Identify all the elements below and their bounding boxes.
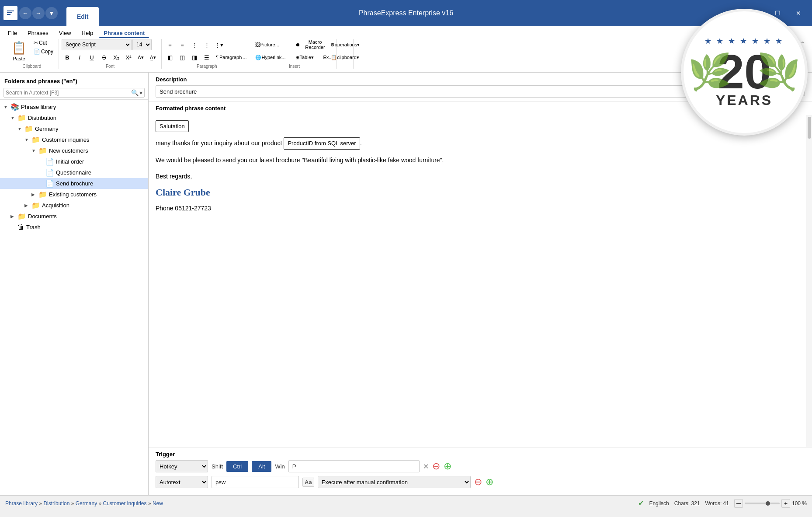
- tree-item-new-customers[interactable]: ▼ 📁 New customers: [0, 145, 148, 156]
- font-color-button[interactable]: A̲▾: [147, 52, 159, 63]
- hotkey-add-button[interactable]: ⊕: [444, 461, 451, 472]
- tree-item-questionnaire[interactable]: 📄 Questionnaire: [0, 167, 148, 178]
- tree-item-trash[interactable]: 🗑 Trash: [0, 222, 148, 232]
- menu-file[interactable]: File: [3, 28, 21, 38]
- tree-icon: 📁: [17, 114, 26, 122]
- shift-label: Shift: [212, 463, 223, 470]
- tree-item-send-brochure[interactable]: 📄 Send brochure: [0, 178, 148, 189]
- breadcrumb-new[interactable]: New: [153, 500, 163, 507]
- zoom-out-button[interactable]: ─: [734, 499, 743, 508]
- hotkey-remove-button[interactable]: ⊖: [432, 461, 440, 472]
- tree-item-germany[interactable]: ▼ 📁 Germany: [0, 123, 148, 134]
- window-controls: — ☐ ✕: [746, 6, 809, 20]
- hotkey-input[interactable]: [288, 460, 420, 472]
- breadcrumb-distribution[interactable]: Distribution: [43, 500, 69, 507]
- forward-button[interactable]: →: [32, 7, 45, 19]
- sales-tag-close[interactable]: ✕: [768, 88, 773, 94]
- zoom-in-button[interactable]: +: [781, 499, 790, 508]
- breadcrumb-phrase-library[interactable]: Phrase library: [5, 500, 38, 507]
- tree-label: Trash: [26, 224, 41, 231]
- cut-icon: ✂: [34, 40, 38, 46]
- autotext-remove-button[interactable]: ⊖: [474, 476, 482, 488]
- font-size-select[interactable]: 14: [132, 39, 152, 50]
- description-input[interactable]: [156, 85, 730, 98]
- picture-button[interactable]: 🖼 Picture...: [255, 39, 294, 50]
- app-title: PhraseExpress Enterprise v16: [359, 9, 453, 17]
- superscript-button[interactable]: X²: [123, 52, 134, 63]
- status-chars: Chars: 321: [674, 500, 700, 507]
- strikethrough-button[interactable]: S: [98, 52, 110, 63]
- bold-button[interactable]: B: [62, 52, 73, 63]
- menu-help[interactable]: Help: [77, 28, 98, 38]
- copy-button[interactable]: 📄 Copy: [31, 48, 56, 56]
- align-left-button[interactable]: ◧: [164, 52, 176, 63]
- hotkey-clear-button[interactable]: ✕: [423, 462, 429, 471]
- cut-button[interactable]: ✂ Cut: [31, 39, 56, 47]
- italic-button[interactable]: I: [74, 52, 85, 63]
- align-list1-button[interactable]: ≡: [164, 39, 176, 50]
- menu-phrase-content[interactable]: Phrase content: [99, 28, 149, 38]
- align-center-button[interactable]: ◫: [177, 52, 188, 63]
- menu-phrases[interactable]: Phrases: [23, 28, 53, 38]
- search-tag-button[interactable]: 🔍: [734, 87, 747, 96]
- font-name-select[interactable]: Segoe Script: [62, 39, 132, 50]
- zoom-slider[interactable]: [745, 503, 780, 504]
- clipboard-ops-button[interactable]: 📋 clipboard ▾: [339, 52, 350, 63]
- tree-label: Distribution: [28, 115, 56, 121]
- tree-item-phrase-library[interactable]: ▼ 📚 Phrase library: [0, 101, 148, 112]
- tab-edit[interactable]: Edit: [66, 7, 99, 26]
- ribbon-collapse-button[interactable]: ⌃: [798, 39, 807, 49]
- ctrl-button[interactable]: Ctrl: [226, 461, 248, 472]
- win-label: Win: [275, 463, 285, 470]
- paste-button[interactable]: 📋 Paste: [8, 39, 30, 63]
- font-label: Font: [62, 63, 159, 69]
- align-list2-button[interactable]: ≡: [177, 39, 188, 50]
- underline-button[interactable]: U: [86, 52, 97, 63]
- autotext-type-select[interactable]: Autotext: [156, 476, 208, 488]
- tree-item-distribution[interactable]: ▼ 📁 Distribution: [0, 112, 148, 123]
- operations-button[interactable]: ⚙ operations ▾: [339, 39, 350, 50]
- execute-select[interactable]: Execute after manual confirmation: [318, 476, 471, 488]
- alt-button[interactable]: Alt: [252, 461, 271, 472]
- tree-label: Phrase library: [21, 104, 56, 110]
- tree-chevron: ▶: [24, 203, 30, 208]
- search-input[interactable]: [6, 90, 129, 96]
- phrase-content[interactable]: Salutation many thanks for your inquiry …: [149, 115, 806, 447]
- back-button[interactable]: ←: [19, 7, 31, 19]
- search-button[interactable]: 🔍: [131, 89, 139, 96]
- hyperlink-button[interactable]: 🌐 Hyperlink...: [255, 52, 294, 63]
- align-justify-button[interactable]: ☰: [201, 52, 212, 63]
- tree-item-documents[interactable]: ▶ 📁 Documents: [0, 211, 148, 222]
- menu-view[interactable]: View: [55, 28, 76, 38]
- list-button3[interactable]: ⋮▾: [213, 39, 225, 50]
- autotext-add-button[interactable]: ⊕: [486, 476, 493, 488]
- phrase-scrollbar[interactable]: [806, 115, 812, 447]
- regards-text: Best regards,: [156, 173, 192, 180]
- tree-item-customer-inquiries[interactable]: ▼ 📁 Customer inquiries: [0, 134, 148, 145]
- breadcrumb-germany[interactable]: Germany: [76, 500, 97, 507]
- table-button[interactable]: ⊞ Table ▾: [295, 52, 321, 63]
- inquiry-line: many thanks for your inquiry about our p…: [156, 137, 799, 149]
- tree-item-acquisition[interactable]: ▶ 📁 Acquisition: [0, 200, 148, 211]
- list-button2[interactable]: ⋮: [201, 39, 212, 50]
- autotext-input[interactable]: [212, 476, 299, 488]
- close-button[interactable]: ✕: [788, 6, 809, 20]
- align-right-button[interactable]: ◨: [189, 52, 200, 63]
- macro-recorder-button[interactable]: ⏺ Macro Recorder: [295, 39, 330, 50]
- highlight-button[interactable]: A▾: [135, 52, 146, 63]
- breadcrumb: Phrase library » Distribution » Germany …: [5, 500, 163, 507]
- app-icon: [3, 6, 17, 20]
- subscript-button[interactable]: X₂: [111, 52, 122, 63]
- email-tag-close[interactable]: ✕: [798, 88, 802, 94]
- trigger-type-select[interactable]: Hotkey: [156, 460, 208, 472]
- maximize-button[interactable]: ☐: [767, 6, 788, 20]
- search-dropdown-button[interactable]: ▾: [139, 89, 142, 96]
- title-bar-left: ← → ▼: [3, 6, 58, 20]
- paragraph-settings-button[interactable]: ¶ Paragraph...: [213, 54, 249, 61]
- tree-item-initial-order[interactable]: 📄 Initial order: [0, 156, 148, 167]
- breadcrumb-customer-inquiries[interactable]: Customer inquiries: [103, 500, 147, 507]
- dropdown-button[interactable]: ▼: [45, 7, 58, 19]
- minimize-button[interactable]: —: [746, 6, 767, 20]
- list-button1[interactable]: ⋮: [189, 39, 200, 50]
- tree-item-existing-customers[interactable]: ▶ 📁 Existing customers: [0, 189, 148, 200]
